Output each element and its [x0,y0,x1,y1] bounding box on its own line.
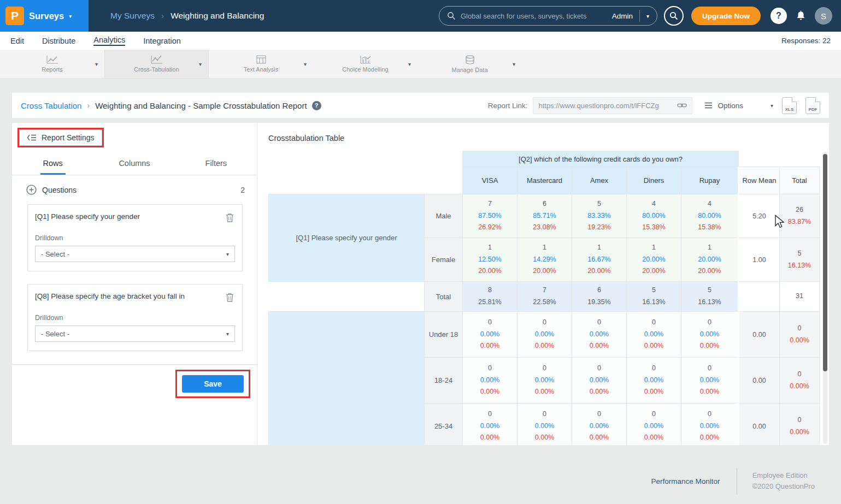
search-icon [447,11,456,20]
data: 00.00%0.00% [572,312,627,358]
save-button[interactable]: Save [182,375,244,393]
question-card: [Q1] Please specify your gender Drilldow… [27,204,243,271]
cross-tabulation-link[interactable]: Cross Tabulation [21,101,81,110]
chevron-down-icon[interactable]: ▾ [199,61,202,67]
row-label: Total [425,282,463,312]
help-icon[interactable]: ? [771,8,787,24]
report-url-input[interactable] [538,102,674,110]
table-row: Total825.81%722.58%619.35%516.13%516.13%… [269,282,820,312]
tool-text-analysis[interactable]: Text Analysis ▾ [209,50,313,78]
data: 00.00% [780,404,820,446]
tab-label: Rows [40,159,66,175]
tab-edit[interactable]: Edit [10,37,24,45]
global-search[interactable]: Admin ▾ [439,6,657,26]
chevron-down-icon[interactable]: ▾ [513,61,515,67]
report-help-icon[interactable]: ? [312,101,321,110]
user-avatar[interactable]: S [815,7,832,25]
chevron-down-icon[interactable]: ▾ [408,61,411,67]
analytics-toolbar: Reports ▾ Cross-Tabulation ▾ Text Analys… [0,50,841,79]
tool-label: Text Analysis [244,66,279,73]
breadcrumb-current: Weighting and Balancing [170,11,264,21]
export-pdf-button[interactable]: PDF [805,97,820,114]
tool-reports[interactable]: Reports ▾ [0,50,104,78]
rowmean: 0.00 [739,358,780,404]
col-head: VISA [463,167,517,194]
tab-integration[interactable]: Integration [143,37,181,45]
report-link-label: Report Link: [488,102,528,110]
tab-filters[interactable]: Filters [175,156,257,175]
export-xls-button[interactable]: XLS [782,97,797,114]
tab-distribute[interactable]: Distribute [42,37,75,45]
copyright-label: ©2020 QuestionPro [752,481,815,492]
search-submit-button[interactable] [664,6,684,26]
delete-question-button[interactable] [225,292,235,305]
chevron-down-icon[interactable]: ▾ [771,103,773,109]
options-menu[interactable]: Options [692,102,749,110]
search-icon [669,11,678,20]
tab-analytics[interactable]: Analytics [93,35,125,46]
link-icon[interactable] [677,102,687,109]
tab-columns[interactable]: Columns [93,156,175,175]
data: 00.00% [780,312,820,358]
content-area: Cross Tabulation › Weighting and Balanci… [0,79,841,494]
scrollbar-track[interactable] [823,152,827,444]
question-title: [Q1] Please specify your gender [35,212,225,222]
text-analysis-icon [256,55,266,64]
crosstab-table: [Q2] which of the following credit cards… [268,151,820,445]
chevron-down-icon: ▾ [226,251,229,257]
search-input[interactable] [461,12,607,20]
col-head: Diners [627,167,681,194]
performance-monitor-link[interactable]: Performance Monitor [651,477,720,485]
data: 722.58% [517,282,572,312]
data: 480.00%15.38% [681,194,739,238]
rowmean [739,282,780,312]
upgrade-now-button[interactable]: Upgrade Now [691,7,761,25]
drilldown-select[interactable]: - Select - ▾ [35,325,235,342]
chevron-down-icon[interactable]: ▾ [304,61,307,67]
section-nav: Edit Distribute Analytics Integration Re… [0,32,841,50]
topbar-right: Admin ▾ Upgrade Now ? S [439,6,841,26]
tool-choice-modelling[interactable]: Choice Modelling ▾ [313,50,417,78]
data: 120.00%20.00% [681,238,739,282]
drilldown-select[interactable]: - Select - ▾ [35,246,235,262]
topbar: P Surveys ▾ My Surveys › Weighting and B… [0,0,841,32]
report-header-actions: Report Link: Options ▾ XLS PDF [488,97,820,114]
col-head: Total [780,167,820,194]
data: 00.00%0.00% [463,358,517,404]
blank [269,167,463,194]
data: 114.29%20.00% [517,238,572,282]
report-url-box [533,97,692,114]
pdf-label: PDF [809,107,818,112]
search-scope[interactable]: Admin [612,12,633,20]
chevron-down-icon[interactable]: ▾ [95,61,98,67]
tool-manage-data[interactable]: Manage Data ▾ [417,50,522,78]
notifications-bell-icon[interactable] [796,10,806,21]
report-settings-button[interactable]: Report Settings [19,129,102,146]
rowmean: 0.00 [739,404,780,446]
select-value: - Select - [41,250,69,258]
row-label: 18-24 [425,358,463,404]
chevron-right-icon: › [161,11,164,21]
reports-icon [46,55,58,64]
chevron-down-icon[interactable]: ▾ [646,13,649,19]
delete-question-button[interactable] [225,212,235,225]
tool-cross-tabulation[interactable]: Cross-Tabulation ▾ [104,50,209,78]
edition-label: Employee Edition [752,470,815,481]
plus-circle-icon[interactable] [26,185,37,195]
data: 116.67%20.00% [572,238,627,282]
question-card: [Q8] Please specify the age bracket you … [27,284,243,351]
group-label [269,312,425,446]
tool-label: Choice Modelling [342,66,388,73]
data: 00.00%0.00% [627,358,681,404]
data: 00.00%0.00% [517,358,572,404]
xls-label: XLS [785,107,794,112]
data: 00.00%0.00% [572,358,627,404]
product-switcher[interactable]: P Surveys ▾ [0,0,89,32]
data: 00.00%0.00% [681,312,739,358]
data: 00.00%0.00% [627,404,681,446]
scrollbar-thumb[interactable] [823,154,827,371]
tab-rows[interactable]: Rows [12,156,93,175]
breadcrumb-my-surveys[interactable]: My Surveys [110,11,155,21]
save-row: Save [12,365,257,398]
blank [269,151,463,167]
